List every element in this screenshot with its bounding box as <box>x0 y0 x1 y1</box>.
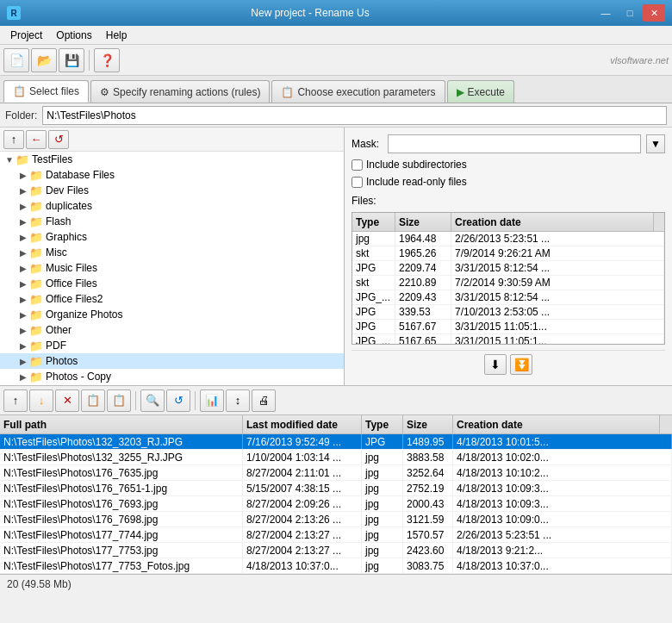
tab-renaming-actions[interactable]: ⚙ Specify renaming actions (rules) <box>90 80 270 103</box>
tree-item[interactable]: ▶ 📁 Dev Files <box>0 183 344 198</box>
refresh-btn[interactable]: ↺ <box>166 389 190 412</box>
new-button[interactable]: 📄 <box>3 48 29 72</box>
move-up-btn[interactable]: ↑ <box>3 389 28 412</box>
tree-item[interactable]: ▶ 📁 Office Files2 <box>0 291 344 307</box>
move-down-btn[interactable]: ↓ <box>29 389 53 412</box>
move-bottom-button[interactable]: ⏬ <box>510 354 532 375</box>
stats-btn[interactable]: 📊 <box>200 389 224 412</box>
search-btn[interactable]: 🔍 <box>140 389 165 412</box>
tree-item[interactable]: ▶ 📁 Flash <box>0 214 344 229</box>
tree-item[interactable]: ▼ 📁 TestFiles <box>0 152 344 167</box>
file-date: 3/31/2015 11:05:1... <box>451 334 664 344</box>
file-row[interactable]: skt 1965.26 7/9/2014 9:26:21 AM <box>352 246 664 261</box>
flh-type[interactable]: Type <box>362 415 403 433</box>
file-list-row[interactable]: N:\TestFiles\Photos\176_7651-1.jpg 5/15/… <box>0 481 672 496</box>
file-list-row[interactable]: N:\TestFiles\Photos\177_7753.jpg 8/27/20… <box>0 543 672 558</box>
tree-item[interactable]: ▶ 📁 Database Files <box>0 167 344 183</box>
file-row[interactable]: jpg 1964.48 2/26/2013 5:23:51 ... <box>352 232 664 246</box>
file-list-row[interactable]: N:\TestFiles\Photos\132_3255_RJ.JPG 1/10… <box>0 450 672 465</box>
tree-toggle[interactable]: ▼ <box>3 155 16 165</box>
tree-item[interactable]: ▶ 📁 Office Files <box>0 276 344 291</box>
tree-up-button[interactable]: ↑ <box>3 130 24 149</box>
file-row[interactable]: JPG 5167.67 3/31/2015 11:05:1... <box>352 320 664 334</box>
tree-item[interactable]: ▶ 📁 Other <box>0 322 344 338</box>
include-readonly-checkbox[interactable] <box>352 177 363 188</box>
tab-execution-params[interactable]: 📋 Choose execution parameters <box>271 80 445 103</box>
file-row[interactable]: JPG_... 2209.43 3/31/2015 8:12:54 ... <box>352 290 664 305</box>
tab-select-files[interactable]: 📋 Select files <box>3 80 89 103</box>
menu-options[interactable]: Options <box>49 28 98 43</box>
tree-toggle[interactable]: ▶ <box>17 171 29 180</box>
include-subdirs-row[interactable]: Include subdirectories <box>352 159 665 171</box>
fl-modified: 8/27/2004 2:11:01 ... <box>243 465 362 480</box>
paste-btn[interactable]: 📋 <box>107 389 131 412</box>
tree-item[interactable]: ▶ 📁 Organize Photos <box>0 307 344 322</box>
open-button[interactable]: 📂 <box>31 48 57 72</box>
tree-content[interactable]: ▼ 📁 TestFiles ▶ 📁 Database Files ▶ 📁 Dev… <box>0 152 344 385</box>
tree-item[interactable]: ▶ 📁 Music Files <box>0 260 344 276</box>
tree-toggle[interactable]: ▶ <box>17 264 29 273</box>
folder-input[interactable] <box>42 106 667 125</box>
file-row[interactable]: JPG 2209.74 3/31/2015 8:12:54 ... <box>352 261 664 276</box>
minimize-button[interactable]: — <box>594 4 617 22</box>
tree-toggle[interactable]: ▶ <box>17 248 29 258</box>
tree-item[interactable]: ▶ 📁 duplicates <box>0 198 344 214</box>
tab-execute[interactable]: ▶ Execute <box>447 80 514 103</box>
sort-btn[interactable]: ↕ <box>226 389 250 412</box>
include-subdirs-checkbox[interactable] <box>352 159 363 171</box>
maximize-button[interactable]: □ <box>619 4 641 22</box>
tree-item[interactable]: ▶ 📁 Photos - Copy <box>0 369 344 384</box>
remove-btn[interactable]: ✕ <box>55 389 79 412</box>
close-button[interactable]: ✕ <box>643 4 665 22</box>
menu-help[interactable]: Help <box>99 28 134 43</box>
include-readonly-row[interactable]: Include read-only files <box>352 176 665 188</box>
help-button[interactable]: ❓ <box>94 48 120 72</box>
file-list-row[interactable]: N:\TestFiles\Photos\176_7635.jpg 8/27/20… <box>0 465 672 481</box>
col-size[interactable]: Size <box>395 213 451 231</box>
file-list-row[interactable]: N:\TestFiles\Photos\132_3203_RJ.JPG 7/16… <box>0 434 672 450</box>
tree-toggle[interactable]: ▶ <box>17 295 29 304</box>
tree-toggle[interactable]: ▶ <box>17 233 29 242</box>
move-down-button[interactable]: ⬇ <box>484 354 507 375</box>
save-button[interactable]: 💾 <box>59 48 84 72</box>
tree-item[interactable]: ▶ 📁 Reduced PDF <box>0 384 344 385</box>
file-list-row[interactable]: N:\TestFiles\Photos\176_7698.jpg 8/27/20… <box>0 512 672 527</box>
fl-path: N:\TestFiles\Photos\176_7635.jpg <box>0 465 243 480</box>
tree-toggle[interactable]: ▶ <box>17 202 29 211</box>
tree-toggle[interactable]: ▶ <box>17 341 29 351</box>
copy-btn[interactable]: 📋 <box>81 389 105 412</box>
tree-item-photos[interactable]: ▶ 📁 Photos <box>0 353 344 369</box>
tree-toggle[interactable]: ▶ <box>17 357 29 366</box>
flh-size[interactable]: Size <box>403 415 453 433</box>
mask-dropdown-button[interactable]: ▼ <box>646 134 665 153</box>
mask-input[interactable] <box>388 134 641 153</box>
files-table-body[interactable]: jpg 1964.48 2/26/2013 5:23:51 ... skt 19… <box>352 232 664 344</box>
col-creation-date[interactable]: Creation date <box>451 213 654 231</box>
tree-back-button[interactable]: ← <box>26 130 47 149</box>
status-bar: 20 (49.58 Mb) <box>0 574 672 593</box>
tree-toggle[interactable]: ▶ <box>17 279 29 289</box>
tree-item[interactable]: ▶ 📁 Graphics <box>0 229 344 245</box>
tree-toggle[interactable]: ▶ <box>17 310 29 320</box>
tree-item[interactable]: ▶ 📁 Misc <box>0 245 344 260</box>
flh-path[interactable]: Full path <box>0 415 243 433</box>
file-list-row[interactable]: N:\TestFiles\Photos\177_7744.jpg 8/27/20… <box>0 527 672 543</box>
flh-created[interactable]: Creation date <box>453 415 660 433</box>
col-type[interactable]: Type <box>352 213 395 231</box>
file-list-body[interactable]: N:\TestFiles\Photos\132_3203_RJ.JPG 7/16… <box>0 434 672 574</box>
print-btn[interactable]: 🖨 <box>252 389 276 412</box>
tree-refresh-button[interactable]: ↺ <box>48 130 69 149</box>
file-row[interactable]: JPG 339.53 7/10/2013 2:53:05 ... <box>352 305 664 320</box>
menu-project[interactable]: Project <box>3 28 49 43</box>
flh-modified[interactable]: Last modified date <box>243 415 362 433</box>
tree-item[interactable]: ▶ 📁 PDF <box>0 338 344 353</box>
file-row[interactable]: skt 2210.89 7/2/2014 9:30:59 AM <box>352 276 664 290</box>
tree-toggle[interactable]: ▶ <box>17 186 29 196</box>
file-row[interactable]: JPG_... 5167.65 3/31/2015 11:05:1... <box>352 334 664 344</box>
tree-toggle[interactable]: ▶ <box>17 217 29 227</box>
file-list-row[interactable]: N:\TestFiles\Photos\177_7753_Fotos.jpg 4… <box>0 558 672 574</box>
file-list-row[interactable]: N:\TestFiles\Photos\176_7693.jpg 8/27/20… <box>0 496 672 512</box>
folder-bar: Folder: <box>0 103 672 128</box>
tree-toggle[interactable]: ▶ <box>17 326 29 335</box>
tree-toggle[interactable]: ▶ <box>17 372 29 382</box>
